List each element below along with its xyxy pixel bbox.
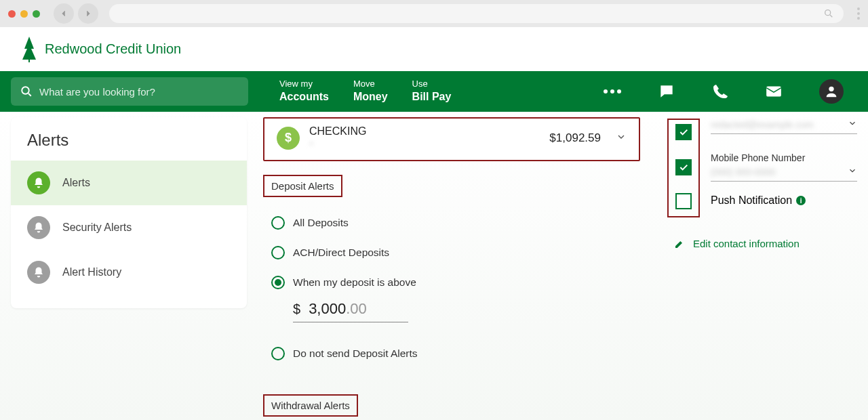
avatar-icon bbox=[819, 79, 844, 104]
withdrawal-alerts-section: Withdrawal Alerts bbox=[263, 369, 640, 417]
brand-header: Redwood Credit Union bbox=[0, 27, 868, 71]
svg-line-1 bbox=[830, 15, 832, 17]
redwood-tree-icon bbox=[20, 37, 38, 62]
sidebar-item-security-alerts[interactable]: Security Alerts bbox=[11, 205, 247, 250]
email-field[interactable]: redacted@example.com bbox=[711, 119, 857, 134]
sidebar-item-alerts[interactable]: Alerts bbox=[11, 161, 247, 205]
profile-button[interactable] bbox=[819, 79, 844, 104]
check-icon bbox=[678, 162, 689, 173]
window-close-dot[interactable] bbox=[8, 10, 16, 18]
window-controls bbox=[8, 10, 40, 18]
bell-icon bbox=[27, 171, 50, 194]
deposit-alerts-heading: Deposit Alerts bbox=[263, 175, 342, 197]
nav-item-move-money[interactable]: Move Money bbox=[353, 79, 388, 104]
radio-ach-deposits[interactable]: ACH/Direct Deposits bbox=[271, 238, 640, 268]
mobile-checkbox[interactable] bbox=[675, 159, 692, 175]
sidebar-item-label: Alerts bbox=[62, 177, 90, 189]
window-minimize-dot[interactable] bbox=[20, 10, 28, 18]
nav-item-accounts[interactable]: View my Accounts bbox=[279, 79, 329, 104]
radio-deposit-above[interactable]: When my deposit is above bbox=[271, 268, 640, 297]
mobile-label: Mobile Phone Number bbox=[711, 152, 857, 163]
radio-no-deposit-alerts[interactable]: Do not send Deposit Alerts bbox=[271, 339, 640, 369]
radio-icon bbox=[271, 246, 285, 259]
amount-value: 3,000.00 bbox=[309, 300, 367, 318]
checkbox-highlight-wrap bbox=[667, 188, 700, 217]
phone-button[interactable] bbox=[712, 83, 728, 100]
sidebar-title: Alerts bbox=[11, 131, 247, 161]
sidebar-item-alert-history[interactable]: Alert History bbox=[11, 250, 247, 295]
checkbox-highlight-wrap bbox=[667, 152, 700, 188]
account-number-masked: * bbox=[309, 139, 540, 150]
brand-logo[interactable]: Redwood Credit Union bbox=[20, 37, 181, 62]
site-search-box[interactable] bbox=[11, 77, 248, 106]
sidebar-item-label: Alert History bbox=[62, 266, 121, 278]
browser-nav-arrows bbox=[54, 3, 98, 24]
nav-item-bill-pay[interactable]: Use Bill Pay bbox=[412, 79, 452, 104]
dollar-icon: $ bbox=[277, 127, 300, 150]
window-maximize-dot[interactable] bbox=[33, 10, 40, 18]
radio-label: All Deposits bbox=[293, 217, 349, 229]
envelope-icon bbox=[765, 83, 783, 100]
alerts-sidebar: Alerts Alerts Security Alerts Alert Hist… bbox=[11, 117, 247, 308]
email-checkbox[interactable] bbox=[675, 124, 692, 140]
main-nav-bar: View my Accounts Move Money Use Bill Pay bbox=[0, 71, 868, 112]
push-checkbox[interactable] bbox=[675, 193, 692, 209]
search-icon bbox=[20, 85, 33, 98]
sidebar-item-label: Security Alerts bbox=[62, 222, 132, 234]
push-field: Push Notification i bbox=[711, 188, 857, 207]
radio-label: ACH/Direct Deposits bbox=[293, 247, 389, 259]
account-selector[interactable]: $ CHECKING * $1,092.59 bbox=[263, 117, 640, 161]
browser-chrome bbox=[0, 0, 868, 27]
account-balance: $1,092.59 bbox=[549, 131, 601, 145]
chevron-down-icon bbox=[848, 166, 857, 178]
contact-email-row: redacted@example.com bbox=[667, 119, 857, 152]
bell-icon bbox=[27, 216, 50, 239]
mobile-value: (000) 000-0000 bbox=[711, 167, 848, 177]
nav-right-icons bbox=[604, 79, 857, 104]
chevron-left-icon bbox=[59, 9, 68, 18]
deposit-threshold-input[interactable]: $ 3,000.00 bbox=[293, 300, 408, 322]
search-icon bbox=[823, 8, 834, 19]
contact-mobile-row: Mobile Phone Number (000) 000-0000 bbox=[667, 152, 857, 188]
account-info: CHECKING * bbox=[309, 125, 540, 150]
account-name: CHECKING bbox=[309, 125, 540, 138]
content-main: $ CHECKING * $1,092.59 Deposit Alerts Al… bbox=[263, 117, 640, 420]
email-value: redacted@example.com bbox=[711, 119, 848, 130]
radio-icon bbox=[271, 276, 285, 289]
chevron-down-icon bbox=[616, 131, 627, 145]
radio-label: When my deposit is above bbox=[293, 276, 416, 289]
pencil-icon bbox=[674, 238, 685, 249]
edit-contact-link[interactable]: Edit contact information bbox=[674, 238, 857, 249]
browser-back-button[interactable] bbox=[54, 3, 74, 24]
deposit-alert-options: All Deposits ACH/Direct Deposits When my… bbox=[271, 208, 640, 369]
push-label: Push Notification bbox=[711, 194, 792, 207]
phone-icon bbox=[712, 83, 728, 100]
messages-button[interactable] bbox=[658, 83, 675, 100]
browser-forward-button[interactable] bbox=[78, 3, 98, 24]
more-menu-button[interactable] bbox=[604, 89, 621, 93]
chevron-right-icon bbox=[83, 9, 93, 18]
mail-button[interactable] bbox=[765, 83, 783, 100]
radio-all-deposits[interactable]: All Deposits bbox=[271, 208, 640, 238]
site-search-input[interactable] bbox=[39, 86, 239, 98]
svg-point-5 bbox=[829, 87, 833, 91]
radio-icon bbox=[271, 347, 285, 360]
nav-items: View my Accounts Move Money Use Bill Pay bbox=[279, 79, 451, 104]
svg-line-3 bbox=[28, 93, 31, 96]
info-icon[interactable]: i bbox=[796, 196, 806, 205]
svg-rect-4 bbox=[766, 86, 781, 96]
currency-symbol: $ bbox=[293, 301, 300, 317]
brand-name: Redwood Credit Union bbox=[45, 41, 181, 57]
bell-icon bbox=[27, 261, 50, 284]
checkbox-highlight-wrap bbox=[667, 119, 700, 152]
radio-label: Do not send Deposit Alerts bbox=[293, 348, 418, 360]
contact-push-row: Push Notification i bbox=[667, 188, 857, 217]
mobile-field[interactable]: Mobile Phone Number (000) 000-0000 bbox=[711, 152, 857, 182]
content: $ CHECKING * $1,092.59 Deposit Alerts Al… bbox=[263, 117, 857, 420]
contact-preferences: redacted@example.com Mobile Phone Number bbox=[667, 117, 857, 420]
browser-url-bar[interactable] bbox=[109, 4, 844, 23]
check-icon bbox=[678, 127, 689, 138]
svg-point-0 bbox=[825, 10, 831, 16]
svg-point-2 bbox=[22, 87, 29, 94]
browser-menu-button[interactable] bbox=[857, 7, 860, 20]
